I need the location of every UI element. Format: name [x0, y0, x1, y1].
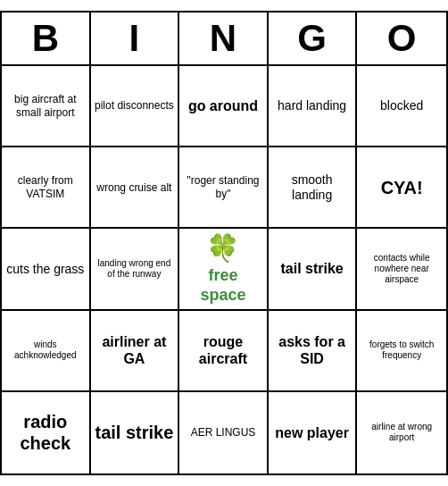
bingo-cell-22[interactable]: AER LINGUS [179, 392, 269, 473]
cell-text-17: rouge aircraft [183, 333, 263, 367]
bingo-card: BINGO big aircraft at small airportpilot… [0, 11, 448, 475]
cell-text-18: asks for a SID [272, 333, 353, 367]
bingo-cell-19[interactable]: forgets to switch frequency [357, 311, 446, 392]
bingo-cell-21[interactable]: tail strike [91, 392, 180, 473]
bingo-cell-15[interactable]: winds achknowledged [2, 311, 91, 392]
bingo-cell-23[interactable]: new player [269, 392, 358, 473]
bingo-cell-2[interactable]: go around [179, 66, 269, 147]
bingo-cell-16[interactable]: airliner at GA [91, 311, 180, 392]
cell-text-15: winds achknowledged [5, 339, 86, 361]
bingo-cell-9[interactable]: CYA! [357, 147, 446, 229]
bingo-letter-b: B [2, 13, 91, 64]
cell-text-4: blocked [380, 98, 423, 113]
bingo-cell-1[interactable]: pilot disconnects [91, 66, 180, 147]
bingo-cell-17[interactable]: rouge aircraft [179, 311, 269, 392]
bingo-cell-14[interactable]: contacts while nowhere near airspace [357, 229, 446, 310]
bingo-cell-12[interactable]: 🍀 freespace [179, 229, 269, 310]
cell-text-7: "roger standing by" [183, 174, 263, 200]
cell-text-20: radio check [5, 411, 86, 454]
bingo-cell-4[interactable]: blocked [357, 66, 446, 147]
bingo-grid: big aircraft at small airportpilot disco… [2, 66, 446, 473]
bingo-letter-o: O [357, 13, 446, 64]
cell-text-9: CYA! [381, 177, 423, 198]
bingo-cell-11[interactable]: landing wrong end of the runway [91, 229, 180, 310]
cell-text-5: clearly from VATSIM [5, 174, 86, 200]
cell-text-10: cuts the grass [6, 262, 84, 277]
bingo-cell-0[interactable]: big aircraft at small airport [2, 66, 91, 147]
bingo-header: BINGO [2, 13, 446, 66]
cell-text-22: AER LINGUS [191, 426, 256, 439]
bingo-cell-8[interactable]: smooth landing [269, 147, 358, 229]
bingo-cell-10[interactable]: cuts the grass [2, 229, 91, 310]
cell-text-11: landing wrong end of the runway [95, 258, 175, 280]
bingo-cell-13[interactable]: tail strike [269, 229, 358, 310]
free-space-content: 🍀 freespace [200, 232, 245, 305]
bingo-cell-18[interactable]: asks for a SID [269, 311, 358, 392]
bingo-cell-24[interactable]: airline at wrong airport [357, 392, 446, 473]
clover-icon: 🍀 [206, 232, 239, 264]
cell-text-0: big aircraft at small airport [5, 93, 86, 119]
free-space-label: freespace [200, 266, 245, 305]
cell-text-16: airliner at GA [95, 333, 175, 367]
bingo-cell-6[interactable]: wrong cruise alt [91, 147, 180, 229]
cell-text-13: tail strike [280, 260, 343, 277]
cell-text-21: tail strike [95, 422, 173, 443]
cell-text-19: forgets to switch frequency [361, 339, 443, 361]
bingo-cell-7[interactable]: "roger standing by" [179, 147, 269, 229]
cell-text-14: contacts while nowhere near airspace [361, 253, 443, 285]
bingo-cell-3[interactable]: hard landing [269, 66, 358, 147]
cell-text-8: smooth landing [272, 172, 353, 203]
bingo-letter-i: I [91, 13, 180, 64]
bingo-cell-20[interactable]: radio check [2, 392, 91, 473]
bingo-cell-5[interactable]: clearly from VATSIM [2, 147, 91, 229]
cell-text-6: wrong cruise alt [96, 181, 171, 194]
cell-text-3: hard landing [278, 98, 346, 113]
cell-text-24: airline at wrong airport [361, 422, 443, 443]
cell-text-2: go around [188, 97, 258, 114]
cell-text-23: new player [275, 424, 349, 441]
bingo-letter-g: G [269, 13, 358, 64]
cell-text-1: pilot disconnects [95, 99, 174, 112]
bingo-letter-n: N [179, 13, 269, 64]
